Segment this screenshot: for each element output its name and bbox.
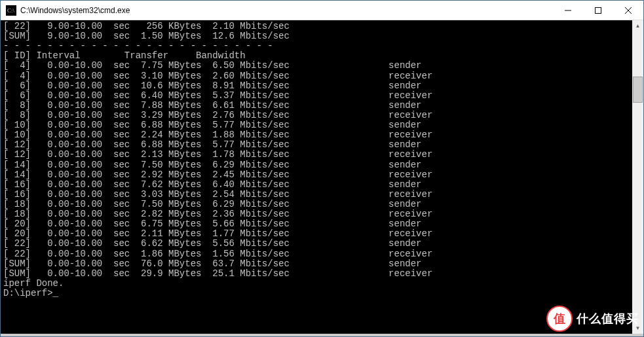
svg-rect-3 <box>596 7 601 13</box>
terminal-line: [ 10] 0.00-10.00 sec 2.24 MBytes 1.88 Mb… <box>3 130 632 140</box>
titlebar[interactable]: C:\ C:\Windows\system32\cmd.exe <box>1 1 643 20</box>
terminal-line: [SUM] 9.00-10.00 sec 1.50 MBytes 12.6 Mb… <box>3 31 632 41</box>
terminal-line: [ 12] 0.00-10.00 sec 6.88 MBytes 5.77 Mb… <box>3 140 632 150</box>
terminal-output[interactable]: [ 22] 9.00-10.00 sec 256 KBytes 2.10 Mbi… <box>1 20 632 334</box>
terminal-line: [SUM] 0.00-10.00 sec 29.9 MBytes 25.1 Mb… <box>3 269 632 279</box>
terminal-line: [ 22] 9.00-10.00 sec 256 KBytes 2.10 Mbi… <box>3 22 632 31</box>
scroll-thumb[interactable] <box>633 77 643 103</box>
scroll-down-arrow[interactable]: ▼ <box>632 323 643 334</box>
terminal-line: [ 22] 0.00-10.00 sec 6.62 MBytes 5.56 Mb… <box>3 239 632 249</box>
terminal-line: [ 16] 0.00-10.00 sec 7.62 MBytes 6.40 Mb… <box>3 180 632 190</box>
minimize-button[interactable] <box>553 1 583 20</box>
terminal-line: [ 22] 0.00-10.00 sec 1.86 MBytes 1.56 Mb… <box>3 249 632 259</box>
terminal-line: [SUM] 0.00-10.00 sec 76.0 MBytes 63.7 Mb… <box>3 259 632 269</box>
window-controls <box>553 1 643 20</box>
terminal-line: [ 4] 0.00-10.00 sec 3.10 MBytes 2.60 Mbi… <box>3 71 632 81</box>
terminal-line: [ ID] Interval Transfer Bandwidth <box>3 51 632 61</box>
terminal-line: [ 4] 0.00-10.00 sec 7.75 MBytes 6.50 Mbi… <box>3 61 632 71</box>
close-button[interactable] <box>613 1 643 20</box>
terminal-line: [ 18] 0.00-10.00 sec 2.82 MBytes 2.36 Mb… <box>3 209 632 219</box>
terminal-line: D:\iperf>_ <box>3 289 632 298</box>
cmd-icon: C:\ <box>6 5 16 16</box>
svg-text:C:\: C:\ <box>7 7 15 14</box>
terminal-line: [ 14] 0.00-10.00 sec 2.92 MBytes 2.45 Mb… <box>3 170 632 180</box>
terminal-line: [ 8] 0.00-10.00 sec 3.29 MBytes 2.76 Mbi… <box>3 111 632 120</box>
terminal-line: [ 10] 0.00-10.00 sec 6.88 MBytes 5.77 Mb… <box>3 120 632 130</box>
terminal-line: [ 20] 0.00-10.00 sec 6.75 MBytes 5.66 Mb… <box>3 219 632 229</box>
terminal-line: [ 14] 0.00-10.00 sec 7.50 MBytes 6.29 Mb… <box>3 160 632 170</box>
terminal-line: [ 18] 0.00-10.00 sec 7.50 MBytes 6.29 Mb… <box>3 200 632 209</box>
terminal-line: [ 8] 0.00-10.00 sec 7.88 MBytes 6.61 Mbi… <box>3 101 632 111</box>
terminal-line: iperf Done. <box>3 279 632 289</box>
bottom-border <box>1 334 643 336</box>
terminal-line: - - - - - - - - - - - - - - - - - - - - … <box>3 41 632 51</box>
terminal-area: [ 22] 9.00-10.00 sec 256 KBytes 2.10 Mbi… <box>1 20 643 334</box>
vertical-scrollbar[interactable]: ▲ ▼ <box>632 20 643 334</box>
cmd-window: C:\ C:\Windows\system32\cmd.exe [ 22] 9.… <box>0 0 644 337</box>
terminal-line: [ 6] 0.00-10.00 sec 6.40 MBytes 5.37 Mbi… <box>3 91 632 101</box>
window-title: C:\Windows\system32\cmd.exe <box>20 6 553 15</box>
scroll-up-arrow[interactable]: ▲ <box>632 20 643 31</box>
terminal-line: [ 16] 0.00-10.00 sec 3.03 MBytes 2.54 Mb… <box>3 190 632 200</box>
terminal-line: [ 20] 0.00-10.00 sec 2.11 MBytes 1.77 Mb… <box>3 229 632 239</box>
terminal-line: [ 12] 0.00-10.00 sec 2.13 MBytes 1.78 Mb… <box>3 150 632 160</box>
terminal-line: [ 6] 0.00-10.00 sec 10.6 MBytes 8.91 Mbi… <box>3 81 632 91</box>
maximize-button[interactable] <box>583 1 613 20</box>
